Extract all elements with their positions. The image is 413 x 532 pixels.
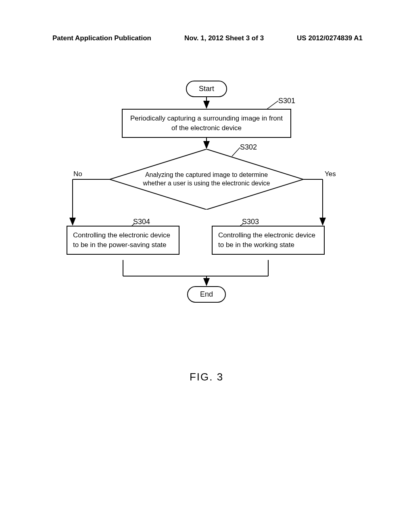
working-text: Controlling the electronic device to be … [218,231,315,249]
capture-process: Periodically capturing a surrounding ima… [122,109,291,138]
end-terminal: End [187,286,226,303]
capture-text: Periodically capturing a surrounding ima… [130,114,283,132]
figure-caption: FIG. 3 [190,371,223,383]
header-patent-number: US 2012/0274839 A1 [297,34,363,42]
svg-line-11 [266,101,278,110]
decision-node: Analyzing the captured image to determin… [110,149,303,210]
saving-text: Controlling the electronic device to be … [73,231,170,249]
decision-text: Analyzing the captured image to determin… [134,171,279,188]
start-label: Start [199,85,214,93]
step-label-s303: S303 [242,218,259,226]
decision-no-label: No [73,170,82,178]
step-label-s304: S304 [133,218,150,226]
step-label-s302: S302 [240,143,257,152]
flowchart-diagram: Start Periodically capturing a surroundi… [0,81,413,363]
page-header: Patent Application Publication Nov. 1, 2… [0,34,413,42]
header-publication: Patent Application Publication [52,34,151,42]
end-label: End [200,290,213,298]
working-state-process: Controlling the electronic device to be … [212,226,325,255]
power-saving-process: Controlling the electronic device to be … [67,226,179,255]
decision-yes-label: Yes [325,170,336,178]
step-label-s301: S301 [278,97,295,105]
start-terminal: Start [186,81,227,97]
header-date-sheet: Nov. 1, 2012 Sheet 3 of 3 [184,34,264,42]
